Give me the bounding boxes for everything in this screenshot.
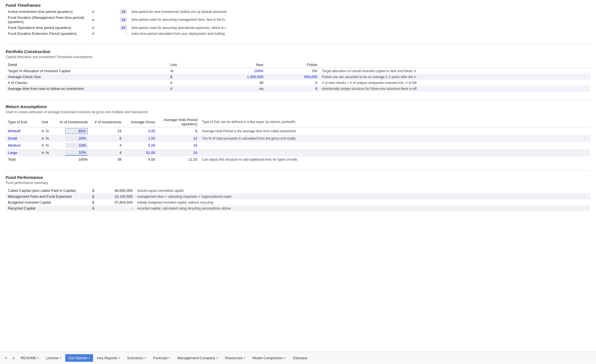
section-divider [6,44,590,45]
row-label: Called Capital (also called Paid in Capi… [6,188,90,194]
row-pct: 20% [56,135,90,142]
row-notes: recycled capital, calculated using recyc… [135,205,590,211]
table-row: Writeoff #, % 60% 23 0.00 8 Average Hold… [6,127,590,135]
col-header-follow: Follow [265,62,320,68]
fund-timeframes-section: Fund Timeframes Active Investment time p… [6,3,590,37]
col-header-new: New [200,62,265,68]
row-label: # of Checks [6,80,168,86]
row-notes [200,149,590,156]
main-content: Fund Timeframes Active Investment time p… [0,0,596,242]
pct-input[interactable]: 20% [65,136,88,141]
row-num: 4 [90,142,124,149]
row-new-value: 38 [200,80,265,86]
table-row: Fund Operations time period (quarters) #… [6,25,590,31]
row-gross: 32.00 [124,149,157,156]
pct-input[interactable]: 10% [65,150,88,156]
row-value: 10,145,500 [101,194,135,199]
exit-type-link[interactable]: Small [8,136,17,140]
row-notes: extra time period calculated from your d… [129,31,590,37]
portfolio-construction-title: Portfolio Construction [6,49,590,54]
row-notes: time period used for assuming operationa… [129,25,590,31]
col-header-num: # of Investments [90,117,124,127]
row-label: Management Fees and Fund Expenses [6,194,90,199]
follow-value-input[interactable]: 650,000 [304,75,317,79]
pct-input[interactable]: 10% [65,143,88,148]
total-label: Total [6,156,39,162]
row-follow-value: 650,000 [265,74,320,80]
new-value-input[interactable]: 100% [254,69,263,73]
row-label: Target % Allocation of Invested Capital [6,68,168,74]
fund-performance-section: Fund Performance Fund performance summar… [6,175,590,211]
row-type: Writeoff [6,127,39,135]
row-type: Large [6,149,39,156]
row-hold: 16 [157,142,200,149]
row-unit: $ [90,194,101,199]
row-unit: #, % [39,127,56,135]
portfolio-construction-subtitle: Capital Allocation and Investment Timefr… [6,55,590,59]
row-unit: $ [90,199,101,205]
exit-type-link[interactable]: Large [8,151,17,155]
value-input[interactable]: 43 [120,25,127,30]
fund-timeframes-table: Active Investment time period (quarters)… [6,9,590,37]
value-input[interactable]: 19 [120,17,127,22]
row-gross: 0.00 [124,127,157,135]
row-unit: # [90,25,101,31]
col-header-notes [320,62,590,68]
section-divider [6,99,590,100]
row-notes: # of new checks = # of unique companies … [320,80,590,86]
row-notes: intentionally simple structure for follo… [320,86,590,92]
row-notes: Follow ons are assumed to be on average … [320,74,590,80]
row-new-value: 1,000,000 [200,74,265,80]
table-row: Management Fees and Fund Expenses $ 10,1… [6,194,590,199]
row-label: Active Investment time period (quarters) [6,9,90,15]
return-assumptions-table: Type of Exit Unit % of Investments # of … [6,117,590,162]
row-value: - [101,31,129,37]
row-unit: #, % [39,142,56,149]
return-assumptions-title: Return Assumptions [6,104,590,109]
exit-type-link[interactable]: Medium [8,143,21,147]
fund-performance-table: Called Capital (also called Paid in Capi… [6,188,590,211]
table-header-row: Detail Unit New Follow [6,62,590,68]
row-label: Budgeted Invested Capital [6,199,90,205]
row-label: Average Check Size [6,74,168,80]
new-value-input[interactable]: 1,000,000 [247,75,263,79]
follow-value-input[interactable]: 6 [315,87,317,91]
total-notes: Can adjust this structure to add additio… [200,156,590,162]
table-row: Target % Allocation of Invested Capital … [6,68,590,74]
row-value: 19 [101,15,129,25]
value-input[interactable]: 19 [120,9,127,14]
row-value: 48,000,000 [101,188,135,194]
table-row: Budgeted Invested Capital $ 37,854,500 i… [6,199,590,205]
row-num: 8 [90,135,124,142]
total-hold: 11.20 [157,156,200,162]
row-unit: # [90,9,101,15]
col-header-gross: Average Gross [124,117,157,127]
row-unit: # [168,86,201,92]
table-header-row: Type of Exit Unit % of Investments # of … [6,117,590,127]
row-new-value: 100% [200,68,265,74]
total-num: 38 [90,156,124,162]
row-value: - [101,205,135,211]
table-row: # of Checks # 38 0 # of new checks = # o… [6,80,590,86]
row-pct: 10% [56,149,90,156]
row-notes [200,142,590,149]
total-pct: 100% [56,156,90,162]
row-unit: $ [90,188,101,194]
row-label: Average time from new to follow-on inves… [6,86,168,92]
fund-timeframes-title: Fund Timeframes [6,3,590,8]
exit-type-link[interactable]: Writeoff [8,129,20,133]
row-type: Medium [6,142,39,149]
col-header-pct: % of Investments [56,117,90,127]
row-follow-value: 6 [265,86,320,92]
table-row: Average time from new to follow-on inves… [6,86,590,92]
portfolio-construction-table: Detail Unit New Follow Target % Allocati… [6,62,590,92]
row-notes: initially budgeted invested capital, wit… [135,199,590,205]
row-notes: Target allocation of overall invested ca… [320,68,590,74]
table-row: Recycled Capital $ - recycled capital, c… [6,205,590,211]
total-gross: 4.00 [124,156,157,162]
row-notes: time period for new investments (follow … [129,9,590,15]
table-row: Small #, % 20% 8 1.50 12 The % of total … [6,135,590,142]
pct-input[interactable]: 60% [65,128,88,134]
row-unit: # [90,31,101,37]
table-row: Called Capital (also called Paid in Capi… [6,188,590,194]
